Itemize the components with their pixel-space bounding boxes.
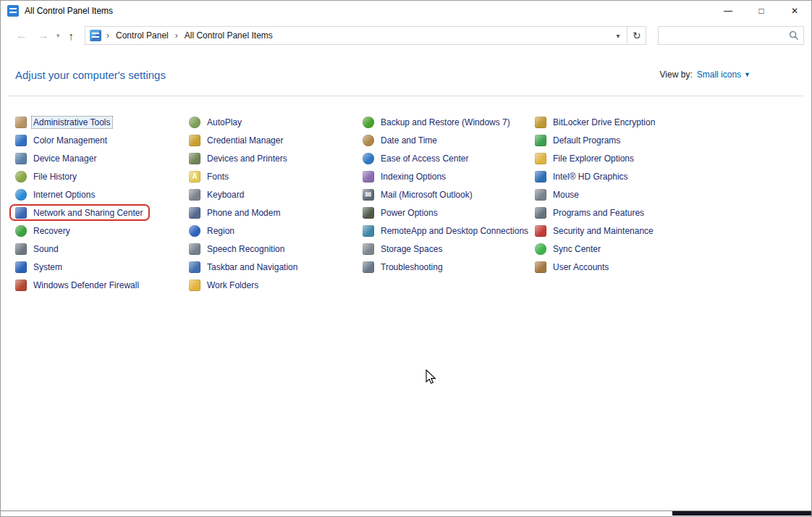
control-panel-item[interactable]: Speech Recognition <box>185 242 290 256</box>
control-panel-item-label: Work Folders <box>206 279 260 291</box>
control-panel-item-label: File Explorer Options <box>551 153 635 164</box>
control-panel-item-label: BitLocker Drive Encryption <box>551 117 656 128</box>
header-divider <box>8 96 804 96</box>
device-manager-icon <box>15 153 27 164</box>
window-controls: — □ ✕ <box>711 1 811 21</box>
control-panel-item[interactable]: Storage Spaces <box>358 242 448 256</box>
control-panel-item[interactable]: AFonts <box>185 169 234 183</box>
control-panel-item[interactable]: Keyboard <box>185 188 250 201</box>
control-panel-item[interactable]: Region <box>185 224 240 238</box>
control-panel-item[interactable]: File History <box>11 169 83 183</box>
maximize-button[interactable]: □ <box>745 1 778 21</box>
control-panel-item[interactable]: Work Folders <box>185 278 264 292</box>
page-title: Adjust your computer's settings <box>15 69 166 81</box>
chevron-down-icon: ▼ <box>744 71 750 78</box>
items-column: BitLocker Drive EncryptionDefault Progra… <box>530 115 661 296</box>
search-input[interactable] <box>663 30 789 41</box>
control-panel-item[interactable]: Network and Sharing Center <box>11 206 148 219</box>
search-icon[interactable] <box>789 30 799 41</box>
address-bar[interactable]: › Control Panel › All Control Panel Item… <box>85 26 627 45</box>
control-panel-item-label: Windows Defender Firewall <box>32 279 140 291</box>
admin-tools-icon <box>15 117 27 128</box>
control-panel-item-label: Intel® HD Graphics <box>551 171 630 182</box>
forward-icon[interactable]: → <box>33 30 54 41</box>
control-panel-item-label: Programs and Features <box>551 207 646 219</box>
control-panel-item-label: Fonts <box>206 171 230 182</box>
view-by-dropdown[interactable]: Small icons ▼ <box>697 70 750 80</box>
control-panel-item[interactable]: System <box>11 260 68 274</box>
control-panel-item[interactable]: File Explorer Options <box>530 151 640 165</box>
control-panel-item[interactable]: Programs and Features <box>530 206 650 219</box>
breadcrumb-chevron-icon[interactable]: › <box>101 30 114 41</box>
backup-and-restore-icon <box>363 117 374 128</box>
address-dropdown-icon[interactable]: ▾ <box>613 32 622 40</box>
autoplay-icon <box>189 117 200 128</box>
network-sharing-center-icon <box>15 207 27 219</box>
indexing-options-icon <box>363 171 374 182</box>
control-panel-item[interactable]: Device Manager <box>11 151 102 165</box>
back-icon[interactable]: ← <box>11 30 33 41</box>
control-panel-item-label: Mouse <box>551 189 580 201</box>
control-panel-item[interactable]: Security and Maintenance <box>530 224 659 238</box>
control-panel-item-label: Internet Options <box>32 189 96 201</box>
control-panel-item-label: User Accounts <box>551 261 610 273</box>
breadcrumb-control-panel[interactable]: Control Panel <box>114 29 170 42</box>
control-panel-item-label: Storage Spaces <box>379 243 444 255</box>
control-panel-item[interactable]: Credential Manager <box>185 133 289 147</box>
troubleshooting-icon <box>363 261 374 273</box>
breadcrumb-chevron-icon[interactable]: › <box>170 30 183 41</box>
system-icon <box>15 261 27 273</box>
control-panel-item[interactable]: AutoPlay <box>185 115 248 129</box>
power-options-icon <box>363 207 374 219</box>
history-dropdown-icon[interactable]: ▾ <box>54 32 62 39</box>
close-button[interactable]: ✕ <box>778 1 811 21</box>
control-panel-item-label: File History <box>32 171 78 182</box>
control-panel-item[interactable]: Phone and Modem <box>185 206 286 219</box>
refresh-button[interactable]: ↻ <box>627 26 646 45</box>
control-panel-item[interactable]: Color Management <box>11 133 113 147</box>
programs-and-features-icon <box>535 207 546 219</box>
keyboard-icon <box>189 189 200 201</box>
control-panel-item-label: Security and Maintenance <box>551 225 655 237</box>
items-column: Administrative ToolsColor ManagementDevi… <box>11 115 185 296</box>
control-panel-item[interactable]: Intel® HD Graphics <box>530 169 634 183</box>
minimize-button[interactable]: — <box>711 1 745 21</box>
control-panel-item[interactable]: Administrative Tools <box>11 115 117 129</box>
control-panel-item[interactable]: BitLocker Drive Encryption <box>530 115 661 129</box>
date-and-time-icon <box>363 135 374 146</box>
windows-defender-firewall-icon <box>15 279 27 291</box>
control-panel-item[interactable]: Default Programs <box>530 133 626 147</box>
control-panel-item[interactable]: Sound <box>11 242 64 256</box>
control-panel-item[interactable]: Date and Time <box>358 133 443 147</box>
control-panel-item[interactable]: Ease of Access Center <box>358 151 474 165</box>
credential-manager-icon <box>189 135 200 146</box>
title-bar: All Control Panel Items — □ ✕ <box>1 1 811 21</box>
control-panel-item[interactable]: User Accounts <box>530 260 614 274</box>
recovery-icon <box>15 225 27 237</box>
control-panel-item[interactable]: Power Options <box>358 206 444 219</box>
control-panel-item-label: Ease of Access Center <box>379 153 470 164</box>
control-panel-item[interactable]: Recovery <box>11 224 76 238</box>
storage-spaces-icon <box>363 243 374 255</box>
control-panel-item[interactable]: ✉Mail (Microsoft Outlook) <box>358 188 478 201</box>
control-panel-item[interactable]: Windows Defender Firewall <box>11 278 145 292</box>
taskbar-sliver <box>672 511 811 516</box>
control-panel-item[interactable]: RemoteApp and Desktop Connections <box>358 224 534 238</box>
control-panel-item[interactable]: Mouse <box>530 188 585 201</box>
control-panel-item[interactable]: Taskbar and Navigation <box>185 260 303 274</box>
control-panel-item[interactable]: Internet Options <box>11 188 101 201</box>
control-panel-item-label: System <box>32 261 64 273</box>
speech-recognition-icon <box>189 243 200 255</box>
breadcrumb-all-control-panel-items[interactable]: All Control Panel Items <box>183 29 274 42</box>
window-title: All Control Panel Items <box>25 6 113 16</box>
control-panel-item[interactable]: Troubleshooting <box>358 260 449 274</box>
control-panel-item[interactable]: Indexing Options <box>358 169 452 183</box>
control-panel-item-label: Speech Recognition <box>206 243 286 255</box>
control-panel-icon <box>90 30 101 41</box>
control-panel-item[interactable]: Devices and Printers <box>185 151 293 165</box>
security-and-maintenance-icon <box>535 225 546 237</box>
control-panel-item[interactable]: Backup and Restore (Windows 7) <box>358 115 516 129</box>
up-icon[interactable]: ↑ <box>62 30 81 42</box>
control-panel-item-label: Credential Manager <box>206 135 284 146</box>
control-panel-item[interactable]: Sync Center <box>530 242 606 256</box>
